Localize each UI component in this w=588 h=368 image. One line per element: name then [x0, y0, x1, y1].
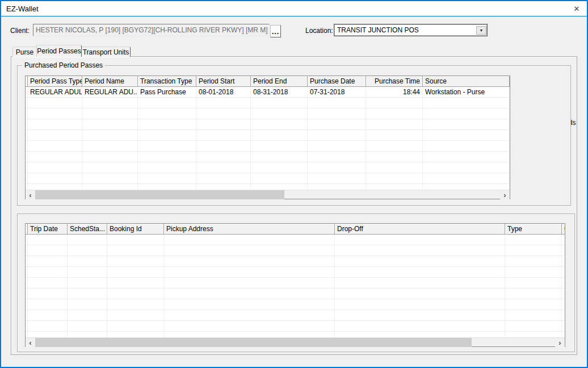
dialog-body: Client: HESTER NICOLAS, P [190] [BGYG72]… — [1, 16, 587, 366]
empty-table-row — [26, 267, 565, 278]
table-cell — [308, 98, 366, 108]
table-cell[interactable]: 08-31-2018 — [251, 87, 308, 97]
ez-wallet-window: EZ-Wallet ✕ Client: HESTER NICOLAS, P [1… — [0, 0, 588, 368]
table-cell — [366, 173, 423, 183]
tab-purse[interactable]: Purse — [12, 47, 37, 57]
passes-h-scrollbar[interactable]: ‹ › — [26, 190, 510, 199]
empty-table-row — [26, 108, 510, 119]
chevron-right-icon: › — [558, 338, 561, 347]
client-input[interactable]: HESTER NICOLAS, P [190] [BGYG72][CH-ROLL… — [33, 24, 270, 36]
column-header[interactable]: Trip Date — [28, 224, 68, 235]
column-header[interactable]: Source — [423, 76, 510, 87]
table-cell — [366, 108, 423, 119]
column-header[interactable]: Pickup Address — [164, 224, 335, 235]
ellipsis-icon: ... — [272, 28, 279, 36]
column-header[interactable]: Type — [505, 224, 562, 235]
column-header[interactable]: C — [562, 224, 565, 235]
empty-table-row — [26, 245, 565, 256]
empty-table-row — [26, 141, 510, 152]
column-header[interactable]: Transaction Type — [138, 76, 196, 87]
table-cell — [423, 173, 510, 183]
table-header-row: Trip DateSchedSta...Booking IdPickup Add… — [26, 224, 565, 235]
client-browse-button[interactable]: ... — [270, 25, 281, 37]
location-selected-value: TRANSIT JUNCTION POS — [334, 26, 476, 34]
table-cell — [164, 299, 335, 310]
tab-period-passes-label: Period Passes — [37, 47, 81, 55]
scroll-right-button[interactable]: › — [500, 190, 510, 199]
empty-table-row — [26, 162, 510, 173]
scroll-left-button[interactable]: ‹ — [26, 190, 35, 199]
passes-table[interactable]: Period Pass TypePeriod NameTransaction T… — [25, 76, 510, 199]
column-header[interactable]: Purchase Time — [366, 76, 423, 87]
table-cell — [562, 288, 565, 299]
column-header[interactable]: SchedSta... — [68, 224, 107, 235]
table-cell[interactable]: Workstation - Purse — [423, 87, 510, 97]
table-body: REGULAR ADULTREGULAR ADU...Pass Purchase… — [26, 87, 510, 199]
table-cell — [82, 173, 138, 183]
chevron-down-icon: ▼ — [476, 26, 486, 35]
table-cell — [335, 310, 505, 320]
table-cell[interactable]: REGULAR ADU... — [82, 87, 138, 97]
location-select[interactable]: TRANSIT JUNCTION POS ▼ — [334, 24, 488, 36]
table-cell[interactable]: 08-01-2018 — [196, 87, 251, 97]
column-header[interactable]: Period Start — [196, 76, 251, 87]
scroll-right-button[interactable]: › — [555, 338, 565, 347]
table-header-row: Period Pass TypePeriod NameTransaction T… — [26, 76, 510, 87]
column-header[interactable]: Booking Id — [107, 224, 164, 235]
table-cell — [251, 98, 308, 108]
table-cell — [251, 130, 308, 140]
table-cell — [28, 130, 82, 140]
table-cell[interactable]: REGULAR ADULT — [28, 87, 82, 97]
table-cell — [505, 299, 562, 310]
table-cell — [68, 299, 107, 310]
trips-table[interactable]: Trip DateSchedSta...Booking IdPickup Add… — [25, 223, 565, 347]
table-cell — [251, 119, 308, 129]
table-cell — [28, 235, 68, 245]
table-cell — [562, 321, 565, 331]
table-cell — [423, 130, 510, 140]
empty-table-row — [26, 152, 510, 162]
column-header[interactable]: Period End — [251, 76, 308, 87]
table-cell — [28, 256, 68, 266]
table-cell — [107, 245, 164, 256]
titlebar: EZ-Wallet ✕ — [1, 1, 587, 16]
column-header[interactable]: Period Pass Type — [28, 76, 82, 87]
tab-purse-label: Purse — [16, 48, 33, 56]
table-cell — [335, 235, 505, 245]
column-header[interactable]: Period Name — [82, 76, 138, 87]
trips-h-scrollbar[interactable]: ‹ › — [26, 337, 565, 346]
close-button[interactable]: ✕ — [570, 3, 583, 15]
table-cell — [562, 267, 565, 277]
table-cell — [82, 152, 138, 162]
table-cell[interactable]: 18:44 — [366, 87, 423, 97]
chevron-left-icon: ‹ — [29, 191, 31, 199]
table-cell — [28, 310, 68, 320]
table-cell — [164, 288, 335, 299]
table-cell — [138, 108, 196, 119]
scrollbar-thumb[interactable] — [35, 190, 284, 199]
table-cell — [251, 141, 308, 151]
table-cell[interactable]: Pass Purchase — [138, 87, 196, 97]
table-cell — [28, 278, 68, 288]
table-cell — [82, 98, 138, 108]
scrollbar-thumb[interactable] — [35, 338, 472, 347]
scroll-left-button[interactable]: ‹ — [26, 338, 35, 347]
table-cell — [308, 173, 366, 183]
table-cell — [196, 98, 251, 108]
table-cell — [505, 267, 562, 277]
table-cell — [82, 130, 138, 140]
table-cell — [562, 245, 565, 256]
table-cell — [505, 245, 562, 256]
table-row[interactable]: REGULAR ADULTREGULAR ADU...Pass Purchase… — [26, 87, 510, 98]
table-cell[interactable]: 07-31-2018 — [308, 87, 366, 97]
table-cell — [251, 108, 308, 119]
table-cell — [423, 141, 510, 151]
table-cell — [335, 267, 505, 277]
column-header[interactable]: Purchase Date — [308, 76, 366, 87]
tab-period-passes[interactable]: Period Passes — [36, 45, 82, 57]
tab-transport-units[interactable]: Transport Units — [81, 47, 131, 57]
empty-table-row — [26, 299, 565, 310]
table-cell — [68, 278, 107, 288]
table-cell — [28, 267, 68, 277]
column-header[interactable]: Drop-Off — [335, 224, 505, 235]
